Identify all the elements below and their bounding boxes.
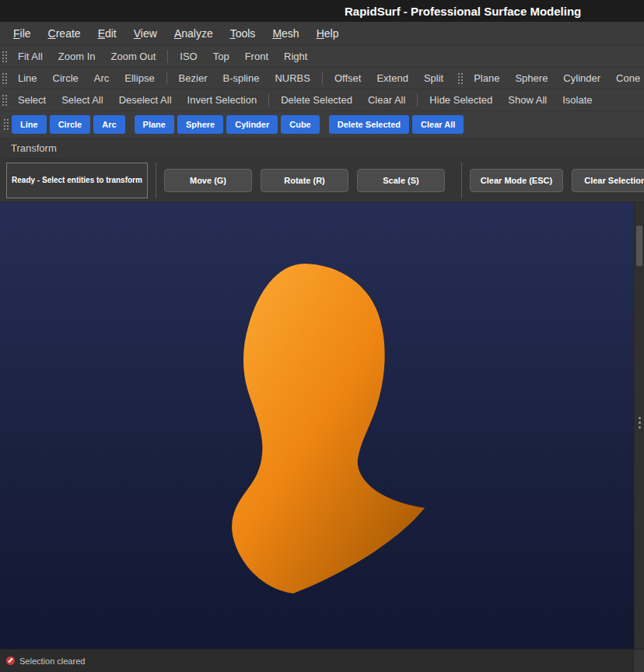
menu-tools[interactable]: Tools — [222, 23, 264, 44]
tb-offset[interactable]: Offset — [328, 68, 367, 88]
tb-nurbs[interactable]: NURBS — [268, 68, 317, 88]
scrollbar-thumb[interactable] — [636, 226, 642, 266]
tb-show-all[interactable]: Show All — [502, 90, 553, 110]
quick-delete-selected-button[interactable]: Delete Selected — [329, 115, 409, 134]
toolbar-drag-handle[interactable] — [3, 118, 9, 131]
viewport-3d[interactable] — [0, 202, 634, 649]
rotate-button[interactable]: Rotate (R) — [261, 169, 348, 192]
tb-invert-selection[interactable]: Invert Selection — [181, 90, 264, 110]
toolbar-drag-handle[interactable] — [2, 94, 8, 107]
toolbar-drag-handle[interactable] — [2, 51, 8, 63]
viewport[interactable] — [0, 202, 644, 649]
tb-zoom-in[interactable]: Zoom In — [52, 47, 102, 66]
toolbar-selection: Select Select All Deselect All Invert Se… — [0, 89, 644, 111]
tb-cone[interactable]: Cone — [610, 68, 644, 88]
move-button[interactable]: Move (G) — [164, 169, 252, 192]
tb-sphere[interactable]: Sphere — [509, 68, 554, 88]
tb-plane[interactable]: Plane — [467, 68, 506, 88]
quick-line-button[interactable]: Line — [12, 115, 47, 134]
tb-line[interactable]: Line — [12, 68, 44, 88]
menu-file[interactable]: File — [5, 23, 40, 44]
tb-fit-all[interactable]: Fit All — [12, 47, 49, 66]
tb-front[interactable]: Front — [239, 47, 275, 66]
tb-bezier[interactable]: Bezier — [173, 68, 214, 88]
quick-circle-button[interactable]: Circle — [50, 115, 91, 134]
window-title: RapidSurf - Professional Surface Modelin… — [345, 5, 581, 18]
menu-create[interactable]: Create — [40, 23, 89, 44]
toolbar-separator — [417, 94, 418, 107]
tb-deselect-all[interactable]: Deselect All — [113, 90, 178, 110]
toolbar-draw: Line Circle Arc Ellipse Bezier B-spline … — [0, 68, 644, 89]
clear-selection-button[interactable]: Clear Selection — [572, 169, 644, 192]
transform-panel-title: Transform — [0, 138, 644, 159]
statusbar-corner — [633, 649, 644, 672]
tb-ellipse[interactable]: Ellipse — [118, 68, 160, 88]
transform-status: Ready - Select entities to transform — [6, 163, 148, 198]
tb-select[interactable]: Select — [12, 90, 52, 110]
menu-help[interactable]: Help — [308, 23, 348, 44]
tb-split[interactable]: Split — [418, 68, 450, 88]
panel-separator — [156, 163, 156, 198]
tb-right[interactable]: Right — [278, 47, 313, 66]
menu-mesh[interactable]: Mesh — [264, 23, 307, 44]
quick-cylinder-button[interactable]: Cylinder — [226, 115, 278, 134]
tb-extend[interactable]: Extend — [370, 68, 414, 88]
menubar: File Create Edit View Analyze Tools Mesh… — [0, 22, 644, 46]
menu-view[interactable]: View — [125, 23, 166, 44]
toolbar-separator — [322, 72, 323, 85]
quick-arc-button[interactable]: Arc — [93, 115, 124, 134]
quick-sphere-button[interactable]: Sphere — [177, 115, 223, 134]
splitter-handle[interactable] — [639, 417, 641, 429]
tb-iso[interactable]: ISO — [173, 47, 203, 66]
tb-zoom-out[interactable]: Zoom Out — [104, 47, 162, 66]
clear-mode-button[interactable]: Clear Mode (ESC) — [470, 169, 563, 192]
scale-button[interactable]: Scale (S) — [357, 169, 445, 192]
status-message: Selection cleared — [19, 656, 85, 666]
head-model[interactable] — [232, 264, 425, 593]
titlebar[interactable]: RapidSurf - Professional Surface Modelin… — [0, 0, 644, 22]
panel-separator — [461, 163, 462, 198]
tb-select-all[interactable]: Select All — [55, 90, 109, 110]
toolbar-separator — [167, 51, 168, 63]
menu-analyze[interactable]: Analyze — [166, 23, 222, 44]
selection-cleared-icon — [6, 656, 15, 665]
tb-hide-selected[interactable]: Hide Selected — [423, 90, 499, 110]
toolbar-view: Fit All Zoom In Zoom Out ISO Top Front R… — [0, 46, 644, 68]
tb-top[interactable]: Top — [207, 47, 236, 66]
transform-panel: Ready - Select entities to transform Mov… — [0, 159, 644, 202]
menu-edit[interactable]: Edit — [89, 23, 125, 44]
toolbar-drag-handle[interactable] — [2, 72, 8, 85]
tb-bspline[interactable]: B-spline — [216, 68, 265, 88]
tb-cylinder[interactable]: Cylinder — [557, 68, 607, 88]
tb-clear-all[interactable]: Clear All — [362, 90, 411, 110]
quick-cube-button[interactable]: Cube — [281, 115, 320, 134]
statusbar: Selection cleared — [0, 649, 644, 672]
toolbar-quick-actions: Line Circle Arc Plane Sphere Cylinder Cu… — [0, 111, 644, 138]
toolbar-separator — [166, 72, 167, 85]
toolbar-separator — [268, 94, 269, 107]
quick-clear-all-button[interactable]: Clear All — [412, 115, 464, 134]
quick-plane-button[interactable]: Plane — [135, 115, 174, 134]
tb-isolate[interactable]: Isolate — [556, 90, 598, 110]
tb-circle[interactable]: Circle — [47, 68, 85, 88]
toolbar-drag-handle[interactable] — [457, 72, 464, 85]
tb-arc[interactable]: Arc — [88, 68, 116, 88]
tb-delete-selected[interactable]: Delete Selected — [275, 90, 359, 110]
